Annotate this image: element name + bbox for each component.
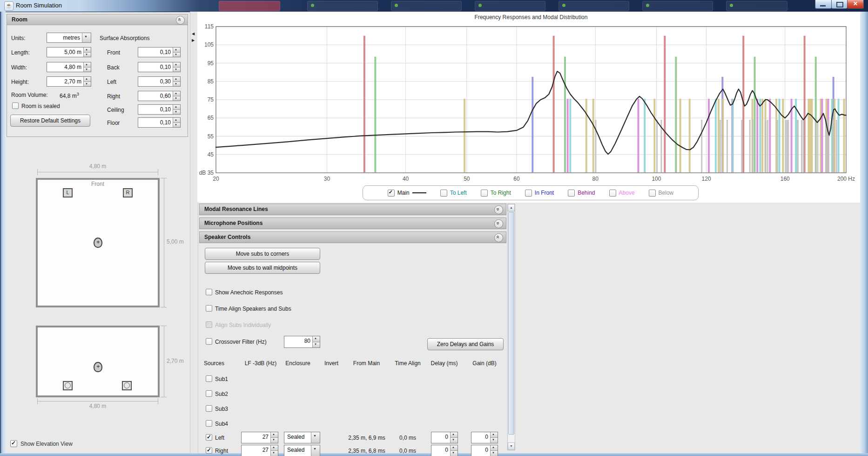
absorption-ceiling-spinner[interactable]: 0,10 bbox=[138, 104, 181, 115]
spin-down-icon[interactable] bbox=[173, 68, 180, 72]
absorption-floor-spinner[interactable]: 0,10 bbox=[138, 117, 181, 128]
spin-up-icon[interactable] bbox=[173, 77, 180, 82]
vertical-scrollbar[interactable] bbox=[507, 204, 515, 450]
left-gain-spinner[interactable]: 0 bbox=[471, 432, 498, 443]
absorption-right-spinner[interactable]: 0,60 bbox=[138, 91, 181, 101]
spin-down-icon[interactable] bbox=[173, 53, 180, 57]
legend-in-front-checkbox[interactable] bbox=[525, 190, 532, 197]
absorption-front-spinner[interactable]: 0,10 bbox=[138, 47, 181, 57]
collapse-room-panel-icon[interactable] bbox=[176, 16, 185, 25]
spin-up-icon[interactable] bbox=[313, 336, 320, 342]
spin-up-icon[interactable] bbox=[451, 432, 458, 438]
right-speaker-checkbox[interactable] bbox=[206, 447, 212, 454]
maximize-button[interactable] bbox=[831, 0, 848, 9]
legend-behind-checkbox[interactable] bbox=[568, 190, 575, 197]
section-microphone-positions[interactable]: Microphone Positions bbox=[199, 218, 506, 229]
scroll-down-icon[interactable] bbox=[508, 442, 515, 450]
spin-down-icon[interactable] bbox=[173, 96, 180, 101]
right-gain-spinner[interactable]: 0 bbox=[471, 445, 498, 456]
move-subs-midpoints-button[interactable]: Move subs to wall midpoints bbox=[205, 262, 320, 274]
chevron-down-icon[interactable] bbox=[311, 432, 320, 443]
absorption-left-spinner[interactable]: 0,30 bbox=[138, 76, 181, 87]
absorption-back-spinner[interactable]: 0,10 bbox=[138, 62, 181, 72]
listener-head-marker[interactable] bbox=[94, 238, 102, 248]
height-spinner[interactable]: 2,70 m bbox=[47, 76, 91, 87]
spin-up-icon[interactable] bbox=[84, 48, 91, 53]
show-anechoic-checkbox[interactable] bbox=[206, 289, 212, 295]
left-delay-spinner[interactable]: 0 bbox=[431, 432, 458, 443]
spin-up-icon[interactable] bbox=[84, 77, 91, 82]
section-modal-resonance-lines[interactable]: Modal Resonance Lines bbox=[199, 204, 506, 215]
collapse-speaker-section-icon[interactable] bbox=[494, 233, 503, 242]
legend-below-checkbox[interactable] bbox=[649, 190, 656, 197]
right-speaker-marker[interactable]: R bbox=[123, 188, 133, 197]
units-select[interactable]: metres bbox=[47, 33, 91, 43]
expand-microphone-section-icon[interactable] bbox=[494, 219, 503, 228]
section-speaker-controls[interactable]: Speaker Controls bbox=[199, 231, 506, 243]
spin-up-icon[interactable] bbox=[451, 445, 458, 451]
legend-above-checkbox[interactable] bbox=[609, 190, 616, 197]
right-lf-spinner[interactable]: 27 bbox=[241, 445, 278, 456]
room-sealed-checkbox[interactable] bbox=[12, 102, 19, 109]
show-elevation-checkbox[interactable] bbox=[10, 440, 17, 447]
sub-marker[interactable] bbox=[63, 381, 73, 390]
close-button[interactable] bbox=[847, 0, 864, 9]
spin-up-icon[interactable] bbox=[173, 62, 180, 68]
spin-up-icon[interactable] bbox=[173, 48, 180, 53]
sub1-checkbox[interactable] bbox=[206, 375, 212, 382]
spin-down-icon[interactable] bbox=[271, 451, 278, 456]
spin-up-icon[interactable] bbox=[271, 445, 278, 451]
spin-down-icon[interactable] bbox=[451, 438, 458, 443]
spin-down-icon[interactable] bbox=[313, 342, 320, 348]
splitter-expand-right-icon[interactable]: ▶ bbox=[192, 39, 195, 42]
left-lf-spinner[interactable]: 27 bbox=[241, 432, 278, 443]
move-subs-corners-button[interactable]: Move subs to corners bbox=[205, 248, 320, 260]
right-delay-spinner[interactable]: 0 bbox=[431, 445, 458, 456]
legend-main-checkbox[interactable] bbox=[388, 190, 395, 197]
spin-down-icon[interactable] bbox=[173, 110, 180, 115]
listener-head-marker-elevation[interactable] bbox=[94, 362, 102, 372]
time-align-checkbox[interactable] bbox=[206, 305, 212, 312]
spin-down-icon[interactable] bbox=[173, 82, 180, 87]
chevron-down-icon[interactable] bbox=[311, 445, 320, 456]
minimize-button[interactable] bbox=[815, 0, 832, 9]
splitter-collapse-left-icon[interactable]: ◀ bbox=[192, 32, 195, 36]
scrollbar-thumb[interactable] bbox=[508, 212, 514, 435]
sub3-checkbox[interactable] bbox=[206, 405, 212, 412]
spin-up-icon[interactable] bbox=[84, 62, 91, 68]
room-panel-header[interactable]: Room bbox=[7, 14, 188, 25]
width-spinner[interactable]: 4,80 m bbox=[47, 62, 91, 72]
legend-to-right-checkbox[interactable] bbox=[481, 190, 488, 197]
left-speaker-marker[interactable]: L bbox=[63, 188, 73, 197]
legend-to-left-checkbox[interactable] bbox=[440, 190, 447, 197]
restore-defaults-button[interactable]: Restore Default Settings bbox=[10, 115, 90, 127]
left-enclosure-select[interactable]: Sealed bbox=[284, 432, 320, 443]
spin-up-icon[interactable] bbox=[271, 432, 278, 438]
sub4-checkbox[interactable] bbox=[206, 420, 212, 427]
length-spinner[interactable]: 5,00 m bbox=[47, 47, 91, 57]
spin-down-icon[interactable] bbox=[84, 68, 91, 72]
crossover-spinner[interactable]: 80 bbox=[284, 336, 320, 348]
expand-modal-section-icon[interactable] bbox=[494, 205, 503, 214]
spin-up-icon[interactable] bbox=[491, 445, 498, 451]
spin-down-icon[interactable] bbox=[173, 123, 180, 128]
spin-down-icon[interactable] bbox=[84, 53, 91, 57]
chevron-down-icon[interactable] bbox=[82, 33, 91, 42]
title-bar[interactable]: Room Simulation bbox=[0, 0, 868, 12]
spin-down-icon[interactable] bbox=[451, 451, 458, 456]
spin-down-icon[interactable] bbox=[491, 438, 498, 443]
right-enclosure-select[interactable]: Sealed bbox=[284, 445, 320, 456]
zero-delays-gains-button[interactable]: Zero Delays and Gains bbox=[427, 338, 504, 350]
spin-up-icon[interactable] bbox=[491, 432, 498, 438]
spin-up-icon[interactable] bbox=[173, 105, 180, 110]
spin-down-icon[interactable] bbox=[491, 451, 498, 456]
spin-down-icon[interactable] bbox=[84, 82, 91, 87]
left-speaker-checkbox[interactable] bbox=[206, 434, 212, 441]
spin-up-icon[interactable] bbox=[173, 118, 180, 123]
sub-marker[interactable] bbox=[122, 381, 132, 390]
spin-down-icon[interactable] bbox=[271, 438, 278, 443]
sub2-checkbox[interactable] bbox=[206, 390, 212, 397]
scroll-up-icon[interactable] bbox=[508, 204, 515, 211]
crossover-checkbox[interactable] bbox=[206, 338, 212, 345]
spin-up-icon[interactable] bbox=[173, 91, 180, 96]
